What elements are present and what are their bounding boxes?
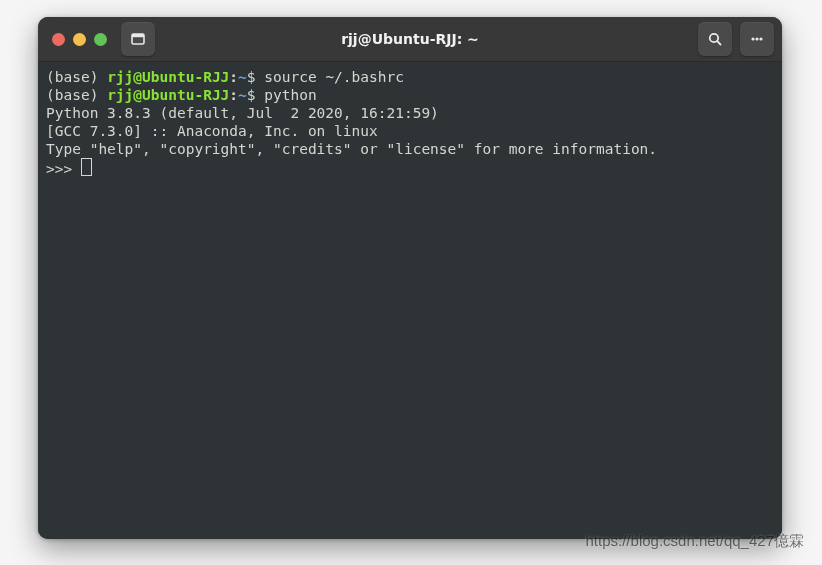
terminal-body[interactable]: (base) rjj@Ubuntu-RJJ:~$ source ~/.bashr… [38, 62, 782, 539]
command-text: python [264, 87, 316, 103]
svg-point-5 [755, 37, 758, 40]
svg-point-4 [751, 37, 754, 40]
new-tab-button[interactable] [121, 22, 155, 56]
terminal-window: rjj@Ubuntu-RJJ: ~ (base) rjj@Ubuntu-RJJ:… [38, 17, 782, 539]
search-button[interactable] [698, 22, 732, 56]
conda-env: (base) [46, 69, 98, 85]
prompt-char: $ [247, 87, 256, 103]
svg-point-6 [759, 37, 762, 40]
cwd-path: ~ [238, 87, 247, 103]
svg-rect-1 [132, 34, 144, 37]
menu-button[interactable] [740, 22, 774, 56]
python-prompt: >>> [46, 161, 81, 177]
colon: : [229, 69, 238, 85]
user-host: rjj@Ubuntu-RJJ [107, 69, 229, 85]
output-line: Type "help", "copyright", "credits" or "… [46, 141, 657, 157]
user-host: rjj@Ubuntu-RJJ [107, 87, 229, 103]
colon: : [229, 87, 238, 103]
prompt-char: $ [247, 69, 256, 85]
conda-env: (base) [46, 87, 98, 103]
maximize-button[interactable] [94, 33, 107, 46]
text-cursor [81, 158, 92, 176]
new-tab-icon [130, 31, 146, 47]
cwd-path: ~ [238, 69, 247, 85]
close-button[interactable] [52, 33, 65, 46]
titlebar-right-group [698, 22, 774, 56]
output-line: [GCC 7.3.0] :: Anaconda, Inc. on linux [46, 123, 378, 139]
titlebar: rjj@Ubuntu-RJJ: ~ [38, 17, 782, 62]
menu-icon [749, 31, 765, 47]
minimize-button[interactable] [73, 33, 86, 46]
search-icon [707, 31, 723, 47]
output-line: Python 3.8.3 (default, Jul 2 2020, 16:21… [46, 105, 448, 121]
svg-line-3 [717, 41, 720, 44]
window-controls [52, 33, 107, 46]
command-text: source ~/.bashrc [264, 69, 404, 85]
